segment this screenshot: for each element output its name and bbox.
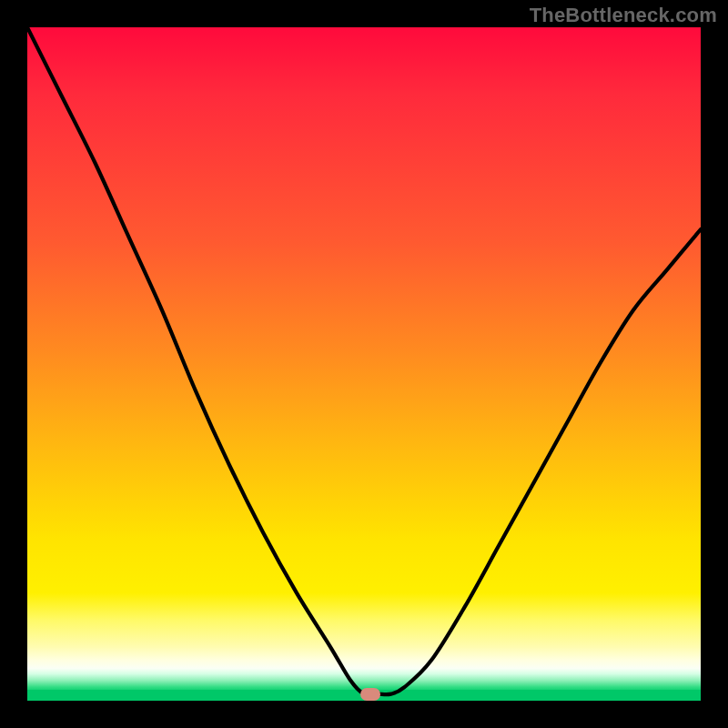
optimal-marker [360, 688, 380, 701]
plot-area [27, 27, 701, 701]
watermark-text: TheBottleneck.com [530, 4, 717, 27]
bottleneck-curve [27, 27, 701, 695]
curve-svg [27, 27, 701, 701]
chart-frame: TheBottleneck.com [0, 0, 728, 728]
